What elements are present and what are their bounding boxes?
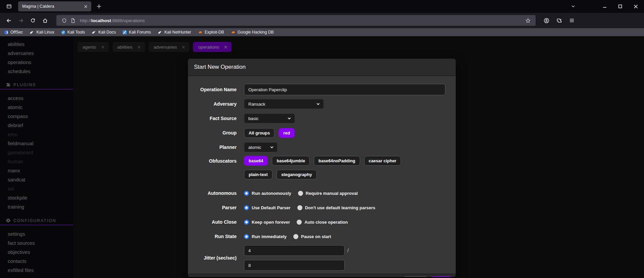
obfuscator-caesar-cipher-button[interactable]: caesar cipher <box>364 156 401 166</box>
obfuscators-row: Obfuscators base64 base64jumble base64no… <box>195 156 445 179</box>
radio-unselected-icon[interactable] <box>293 234 298 239</box>
radio-use-default-parser[interactable]: Use Default Parser <box>244 205 291 210</box>
kali-forums-icon <box>122 30 127 35</box>
ghdb-icon <box>231 30 236 34</box>
tab-list-chevron-icon[interactable] <box>568 2 578 11</box>
adversary-select[interactable]: Ransack <box>244 99 324 109</box>
obfuscators-label: Obfuscators <box>195 156 237 166</box>
bookmark-kali-forums[interactable]: Kali Forums <box>122 29 151 36</box>
planner-select[interactable]: atomic <box>244 142 278 152</box>
jitter-row: Jitter (sec/sec) / <box>195 245 445 271</box>
bookmark-kali-docs[interactable]: Kali Docs <box>92 29 116 36</box>
bookmark-kali-nethunter[interactable]: Kali NetHunter <box>158 29 191 36</box>
modal-header: Start New Operation <box>188 59 456 76</box>
back-button[interactable] <box>3 15 14 25</box>
adversary-row: Adversary Ransack <box>195 98 445 110</box>
toolbar-right-icons <box>541 15 577 25</box>
group-all-groups-button[interactable]: All groups <box>244 128 275 138</box>
auto-close-row: Auto Close Keep open forever Auto close … <box>195 216 445 228</box>
radio-dont-use-default-learning-parsers[interactable]: Don't use default learning parsers <box>297 205 376 210</box>
operation-name-label: Operation Name <box>195 85 237 95</box>
window-controls <box>600 2 641 11</box>
auto-close-label: Auto Close <box>195 217 237 227</box>
planner-select-value: atomic <box>248 145 261 150</box>
radio-run-autonomously[interactable]: Run autonomously <box>244 191 291 196</box>
tab-close-icon[interactable] <box>83 3 89 9</box>
bookmark-star-icon[interactable] <box>524 17 532 24</box>
bookmark-kali-linux[interactable]: Kali Linux <box>30 29 54 36</box>
group-row: Group All groups red <box>195 127 445 138</box>
firefox-view-icon[interactable] <box>4 2 14 11</box>
caldera-app: abilities adversaries operations schedul… <box>0 36 644 278</box>
jitter-separator: / <box>347 248 349 253</box>
jitter-max-input[interactable] <box>244 260 345 271</box>
group-red-button[interactable]: red <box>279 128 295 138</box>
fact-source-select-value: basic <box>248 116 258 121</box>
browser-tab[interactable]: Magma | Caldera <box>18 1 91 11</box>
account-icon[interactable] <box>541 15 552 25</box>
radio-selected-icon[interactable] <box>244 220 249 225</box>
start-operation-modal: Start New Operation Operation Name Adver… <box>188 59 456 277</box>
exploit-db-icon <box>198 30 203 34</box>
radio-unselected-icon[interactable] <box>297 220 302 225</box>
window-close-button[interactable] <box>631 2 641 11</box>
radio-run-immediately[interactable]: Run immediately <box>244 234 287 239</box>
bookmark-kali-tools[interactable]: Kali Tools <box>61 29 85 36</box>
window-minimize-button[interactable] <box>600 2 610 11</box>
run-state-row: Run State Run immediately Pause on start <box>195 231 445 242</box>
radio-selected-icon[interactable] <box>244 191 249 196</box>
cancel-button[interactable]: Cancel <box>403 276 428 277</box>
obfuscator-base64-button[interactable]: base64 <box>244 156 268 166</box>
fact-source-label: Fact Source <box>195 113 237 123</box>
extensions-puzzle-icon[interactable] <box>554 15 564 25</box>
bookmark-offsec[interactable]: OffSec <box>4 29 23 36</box>
obfuscator-steganography-button[interactable]: steganography <box>277 170 317 179</box>
obfuscator-base64jumble-button[interactable]: base64jumble <box>272 156 310 166</box>
radio-unselected-icon[interactable] <box>298 191 303 196</box>
bookmark-google-hacking-db[interactable]: Google Hacking DB <box>231 29 274 36</box>
planner-label: Planner <box>195 142 237 152</box>
modal-title: Start New Operation <box>194 64 246 70</box>
bookmarks-bar: OffSec Kali Linux Kali Tools Kali Docs K… <box>0 28 644 36</box>
start-button[interactable]: Start <box>431 276 452 277</box>
fact-source-row: Fact Source basic <box>195 113 445 124</box>
kali-dragon-icon <box>30 30 34 35</box>
obfuscator-base64nopadding-button[interactable]: base64noPadding <box>314 156 360 166</box>
parser-row: Parser Use Default Parser Don't use defa… <box>195 202 445 213</box>
kali-dragon-icon <box>92 30 96 35</box>
page-info-icon[interactable] <box>68 17 77 24</box>
forward-button[interactable] <box>15 15 26 25</box>
radio-selected-icon[interactable] <box>244 234 249 239</box>
radio-require-manual-approval[interactable]: Require manual approval <box>298 191 358 196</box>
reload-button[interactable] <box>28 15 38 25</box>
operation-name-input[interactable] <box>244 84 445 95</box>
radio-pause-on-start[interactable]: Pause on start <box>293 234 331 239</box>
url-scheme: http:// <box>80 18 91 23</box>
browser-window: Magma | Caldera <box>0 0 644 278</box>
menu-hamburger-icon[interactable] <box>566 15 577 25</box>
window-maximize-button[interactable] <box>615 2 625 11</box>
bookmark-exploit-db[interactable]: Exploit-DB <box>198 29 224 36</box>
modal-body: Operation Name Adversary Ransack <box>188 76 456 274</box>
browser-titlebar: Magma | Caldera <box>0 0 644 13</box>
url-path: :8888/operations <box>111 18 145 23</box>
home-button[interactable] <box>40 15 50 25</box>
obfuscator-plain-text-button[interactable]: plain-text <box>244 170 273 179</box>
chevron-down-icon <box>287 116 291 120</box>
radio-selected-icon[interactable] <box>244 205 249 210</box>
url-text: http://localhost:8888/operations <box>80 18 145 23</box>
fact-source-select[interactable]: basic <box>244 113 295 123</box>
tracking-shield-icon[interactable] <box>60 17 68 24</box>
modal-footer: Cancel Start <box>188 274 456 277</box>
planner-row: Planner atomic <box>195 142 445 153</box>
operation-name-row: Operation Name <box>195 84 445 95</box>
url-bar[interactable]: http://localhost:8888/operations <box>56 15 536 26</box>
run-state-label: Run State <box>195 231 237 241</box>
jitter-min-input[interactable] <box>244 245 345 256</box>
kali-dragon-icon <box>158 30 162 35</box>
parser-label: Parser <box>195 203 237 213</box>
radio-auto-close-operation[interactable]: Auto close operation <box>297 220 348 225</box>
radio-unselected-icon[interactable] <box>297 205 302 210</box>
new-tab-button[interactable] <box>94 2 104 11</box>
radio-keep-open-forever[interactable]: Keep open forever <box>244 220 290 225</box>
